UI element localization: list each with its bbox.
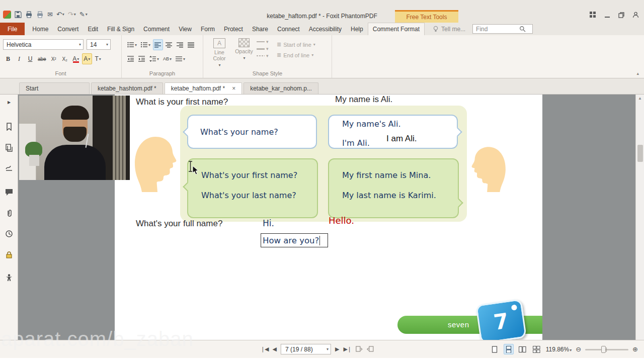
previous-view-icon bbox=[355, 345, 363, 352]
paragraph-spacing-button[interactable] bbox=[174, 53, 187, 64]
bookmarks-panel-button[interactable] bbox=[4, 122, 14, 132]
char-spacing-button[interactable]: AB bbox=[162, 53, 173, 64]
find-input[interactable] bbox=[476, 26, 519, 33]
added-text-hi[interactable]: Hi. bbox=[263, 218, 274, 228]
status-bar: 7 (19 / 88) 119.86% bbox=[0, 340, 644, 358]
find-box[interactable] bbox=[472, 24, 533, 34]
tab-help[interactable]: Help bbox=[346, 23, 368, 35]
zoom-out-button[interactable] bbox=[576, 345, 581, 353]
page-number-field[interactable]: 7 (19 / 88) bbox=[281, 344, 331, 354]
next-page-button[interactable] bbox=[335, 346, 339, 352]
added-free-text[interactable]: I am Ali. bbox=[386, 134, 417, 144]
user-icon[interactable] bbox=[632, 11, 639, 20]
scroll-up-arrow[interactable] bbox=[636, 96, 644, 101]
vertical-scrollbar[interactable] bbox=[635, 95, 644, 340]
security-panel-button[interactable] bbox=[4, 250, 14, 260]
doc-tab-haftom[interactable]: ketabe_haftom.pdf * bbox=[165, 82, 242, 94]
tab-edit[interactable]: Edit bbox=[83, 23, 103, 35]
pdf-page[interactable]: What is your first name? My name is Ali.… bbox=[115, 95, 542, 340]
text-style-button[interactable]: T bbox=[93, 53, 103, 64]
tab-share[interactable]: Share bbox=[248, 23, 273, 35]
tab-file[interactable]: File bbox=[0, 23, 25, 35]
align-right-button[interactable] bbox=[175, 39, 185, 50]
tab-protect[interactable]: Protect bbox=[219, 23, 248, 35]
tab-accessibility[interactable]: Accessibility bbox=[304, 23, 346, 35]
line-style-button[interactable] bbox=[257, 39, 269, 44]
tab-comment-format[interactable]: Comment Format bbox=[368, 23, 425, 35]
facing-view-button[interactable] bbox=[518, 344, 528, 354]
decrease-indent-button[interactable] bbox=[126, 53, 136, 64]
previous-view-button[interactable] bbox=[355, 345, 363, 353]
context-tab-free-text-tools[interactable]: Free Text Tools bbox=[395, 10, 458, 23]
highlight-button[interactable]: A bbox=[82, 53, 92, 64]
continuous-view-button[interactable] bbox=[504, 344, 514, 354]
added-text-hello[interactable]: Hello. bbox=[329, 215, 354, 226]
tab-view[interactable]: View bbox=[174, 23, 196, 35]
tab-form[interactable]: Form bbox=[196, 23, 219, 35]
tab-fill-sign[interactable]: Fill & Sign bbox=[103, 23, 139, 35]
single-page-view-button[interactable] bbox=[490, 344, 500, 354]
zoom-slider-thumb[interactable] bbox=[601, 346, 606, 353]
webcam-person-body bbox=[44, 145, 106, 180]
font-color-button[interactable]: A bbox=[71, 53, 81, 64]
line-spacing-button[interactable] bbox=[148, 53, 160, 64]
end-of-line-button[interactable]: End of line bbox=[277, 52, 315, 58]
align-center-button[interactable] bbox=[164, 39, 174, 50]
opacity-button[interactable]: Opacity bbox=[232, 38, 256, 61]
tell-me[interactable]: Tell me... bbox=[433, 23, 465, 35]
numbered-list-button[interactable] bbox=[139, 39, 152, 50]
bullet-list-button[interactable] bbox=[126, 39, 138, 50]
font-size-select[interactable]: 14 bbox=[87, 39, 111, 50]
previous-page-button[interactable] bbox=[272, 346, 276, 352]
start-of-line-button[interactable]: Start of line bbox=[277, 41, 315, 48]
tab-connect[interactable]: Connect bbox=[273, 23, 304, 35]
bubble-text: What's your first name? bbox=[201, 170, 317, 180]
expand-panel-button[interactable] bbox=[4, 97, 14, 107]
subscript-button[interactable]: X₂ bbox=[60, 53, 70, 64]
superscript-button[interactable]: X² bbox=[49, 53, 59, 64]
zoom-level-value: 119.86% bbox=[546, 346, 569, 353]
opacity-label: Opacity bbox=[235, 48, 253, 54]
tab-convert[interactable]: Convert bbox=[53, 23, 83, 35]
line-dash-button[interactable] bbox=[257, 53, 269, 58]
doc-tab-kar-nohom[interactable]: ketabe_kar_nohom.p... bbox=[244, 82, 318, 94]
increase-indent-button[interactable] bbox=[137, 53, 147, 64]
underline-button[interactable]: U bbox=[25, 53, 35, 64]
first-page-button[interactable] bbox=[261, 346, 269, 352]
bold-button[interactable]: B bbox=[3, 53, 13, 64]
page-navigation: 7 (19 / 88) bbox=[261, 344, 374, 354]
strikethrough-button[interactable]: abe bbox=[36, 53, 48, 64]
search-icon[interactable] bbox=[519, 26, 526, 32]
text-style-label: T bbox=[95, 55, 99, 62]
pages-panel-button[interactable] bbox=[4, 143, 14, 153]
continuous-facing-view-button[interactable] bbox=[532, 344, 542, 354]
align-left-button[interactable] bbox=[153, 39, 163, 50]
comments-panel-button[interactable] bbox=[4, 187, 14, 197]
close-icon[interactable] bbox=[232, 85, 235, 92]
increase-indent-icon bbox=[138, 56, 145, 62]
line-weight-button[interactable] bbox=[257, 46, 269, 51]
apps-grid-icon[interactable] bbox=[590, 11, 596, 20]
collapse-ribbon-button[interactable] bbox=[636, 71, 639, 76]
align-justify-button[interactable] bbox=[186, 39, 196, 50]
free-text-box-editing[interactable]: How are you? bbox=[261, 233, 328, 247]
doc-tab-start[interactable]: Start bbox=[19, 82, 90, 94]
italic-button[interactable]: I bbox=[14, 53, 24, 64]
zoom-level-dropdown[interactable]: 119.86% bbox=[546, 346, 572, 353]
signature-panel-button[interactable] bbox=[4, 163, 14, 173]
last-page-button[interactable] bbox=[343, 346, 351, 352]
next-view-button[interactable] bbox=[367, 345, 374, 353]
tab-comment[interactable]: Comment bbox=[139, 23, 174, 35]
scrollbar-thumb[interactable] bbox=[637, 145, 643, 162]
font-family-select[interactable]: Helvetica bbox=[3, 39, 84, 50]
zoom-in-button[interactable] bbox=[632, 345, 638, 353]
minimize-button[interactable] bbox=[604, 11, 610, 20]
tab-home[interactable]: Home bbox=[28, 23, 53, 35]
zoom-slider[interactable] bbox=[585, 345, 628, 353]
history-panel-button[interactable] bbox=[4, 229, 14, 239]
doc-tab-hashtom[interactable]: ketabe_hashtom.pdf * bbox=[91, 82, 163, 94]
attachments-panel-button[interactable] bbox=[4, 208, 14, 218]
accessibility-panel-button[interactable] bbox=[4, 273, 14, 283]
line-color-button[interactable]: A Line Color bbox=[208, 38, 230, 68]
restore-button[interactable] bbox=[618, 11, 624, 20]
